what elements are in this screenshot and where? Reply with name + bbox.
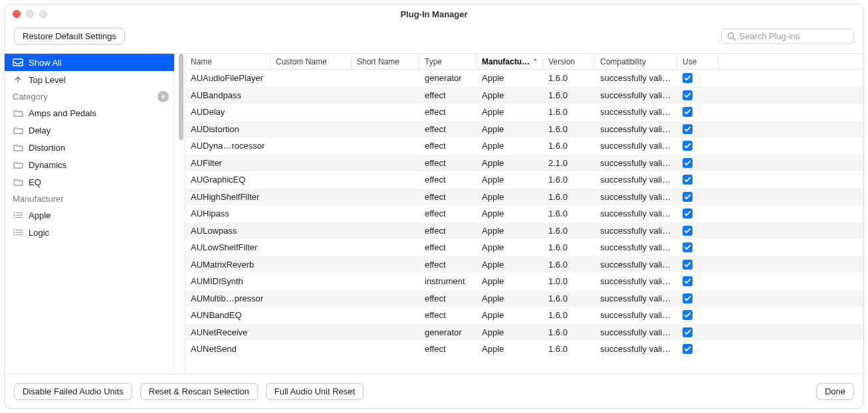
sidebar-category-item[interactable]: Distortion <box>5 139 174 156</box>
cell-manufacturer: Apple <box>477 158 543 168</box>
table-header: Name Custom Name Short Name Type Manufac… <box>185 54 863 70</box>
column-manufacturer[interactable]: Manufactu… ⌃ <box>477 54 543 69</box>
use-checkbox[interactable] <box>683 226 693 236</box>
use-checkbox[interactable] <box>683 192 693 202</box>
column-compatibility[interactable]: Compatibility <box>595 54 677 69</box>
table-row[interactable]: AUNetSendeffectApple1.6.0successfully va… <box>185 341 863 358</box>
done-button[interactable]: Done <box>816 383 854 400</box>
full-reset-button[interactable]: Full Audio Unit Reset <box>266 383 364 400</box>
sidebar-manufacturer-item[interactable]: Logic <box>5 224 174 241</box>
table-row[interactable]: AUMIDISynthinstrumentApple1.0.0successfu… <box>185 273 863 290</box>
use-checkbox[interactable] <box>683 141 693 151</box>
cell-manufacturer: Apple <box>477 344 543 354</box>
cell-name: AULowShelfFilter <box>185 242 271 252</box>
use-checkbox[interactable] <box>683 208 693 218</box>
svg-point-10 <box>14 232 15 233</box>
svg-point-12 <box>14 234 15 236</box>
cell-name: AUHipass <box>185 208 271 218</box>
cell-name: AUDistortion <box>185 124 271 134</box>
zoom-window-button[interactable] <box>39 10 47 18</box>
svg-line-1 <box>733 38 735 40</box>
restore-defaults-button[interactable]: Restore Default Settings <box>14 28 125 44</box>
cell-manufacturer: Apple <box>477 276 543 286</box>
use-checkbox[interactable] <box>683 242 693 252</box>
cell-use <box>677 226 718 236</box>
cell-use <box>677 192 718 202</box>
sidebar-category-header: Category + <box>5 88 174 104</box>
table-row[interactable]: AUAudioFilePlayergeneratorApple1.6.0succ… <box>185 70 863 87</box>
use-checkbox[interactable] <box>683 175 693 185</box>
sidebar-top-level-label: Top Level <box>29 75 66 85</box>
use-checkbox[interactable] <box>683 310 693 320</box>
table-row[interactable]: AUNBandEQeffectApple1.6.0successfully va… <box>185 307 863 324</box>
table-row[interactable]: AULowShelfFiltereffectApple1.6.0successf… <box>185 239 863 256</box>
cell-name: AUNBandEQ <box>185 310 271 320</box>
table-row[interactable]: AUDistortioneffectApple1.6.0successfully… <box>185 121 863 138</box>
search-input[interactable] <box>739 31 848 41</box>
table-row[interactable]: AULowpasseffectApple1.6.0successfully va… <box>185 222 863 240</box>
sidebar-category-item[interactable]: Dynamics <box>5 156 174 173</box>
table-row[interactable]: AUHipasseffectApple1.6.0successfully val… <box>185 205 863 222</box>
column-name[interactable]: Name <box>185 54 271 69</box>
use-checkbox[interactable] <box>683 276 693 286</box>
column-type[interactable]: Type <box>419 54 477 69</box>
add-category-button[interactable]: + <box>158 91 169 102</box>
table-row[interactable]: AUGraphicEQeffectApple1.6.0successfully … <box>185 171 863 189</box>
table-row[interactable]: AUHighShelfFiltereffectApple1.6.0success… <box>185 189 863 206</box>
body: Show All Top Level Category + Amps and P… <box>5 54 863 374</box>
reset-rescan-button[interactable]: Reset & Rescan Selection <box>140 383 258 400</box>
sidebar-category-item[interactable]: Amps and Pedals <box>5 104 174 122</box>
table-row[interactable]: AUBandpasseffectApple1.6.0successfully v… <box>185 87 863 104</box>
use-checkbox[interactable] <box>683 124 693 134</box>
cell-version: 1.6.0 <box>543 226 595 236</box>
column-short-name[interactable]: Short Name <box>352 54 419 69</box>
cell-type: effect <box>419 175 477 185</box>
table-row[interactable]: AUDelayeffectApple1.6.0successfully vali… <box>185 104 863 121</box>
cell-compatibility: successfully vali… <box>595 107 677 117</box>
sidebar-show-all-label: Show All <box>29 58 62 68</box>
use-checkbox[interactable] <box>683 158 693 168</box>
sidebar-top-level[interactable]: Top Level <box>5 71 174 88</box>
use-checkbox[interactable] <box>683 293 693 303</box>
search-field[interactable] <box>721 29 854 44</box>
cell-use <box>677 293 718 303</box>
sidebar-manufacturer-item[interactable]: Apple <box>5 206 174 224</box>
footer: Disable Failed Audio Units Reset & Resca… <box>5 374 863 408</box>
sidebar-scrollbar[interactable] <box>174 54 185 374</box>
use-checkbox[interactable] <box>683 344 693 354</box>
cell-manufacturer: Apple <box>477 260 543 270</box>
table-row[interactable]: AUMultib…pressoreffectApple1.6.0successf… <box>185 290 863 307</box>
use-checkbox[interactable] <box>683 90 693 100</box>
sidebar-category-item[interactable]: Delay <box>5 122 174 139</box>
column-custom-name[interactable]: Custom Name <box>271 54 352 69</box>
sort-ascending-icon: ⌃ <box>532 58 538 65</box>
use-checkbox[interactable] <box>683 260 693 270</box>
cell-version: 1.6.0 <box>543 344 595 354</box>
cell-manufacturer: Apple <box>477 226 543 236</box>
cell-compatibility: successfully vali… <box>595 90 677 100</box>
cell-manufacturer: Apple <box>477 175 543 185</box>
column-version[interactable]: Version <box>543 54 595 69</box>
cell-type: effect <box>419 124 477 134</box>
close-window-button[interactable] <box>13 10 21 18</box>
table-row[interactable]: AUNetReceivegeneratorApple1.6.0successfu… <box>185 324 863 341</box>
cell-type: effect <box>419 208 477 218</box>
cell-name: AUGraphicEQ <box>185 175 271 185</box>
minimize-window-button[interactable] <box>26 10 34 18</box>
table-row[interactable]: AUFiltereffectApple2.1.0successfully val… <box>185 155 863 172</box>
sidebar-scroll-thumb[interactable] <box>179 54 183 140</box>
table-row[interactable]: AUMatrixReverbeffectApple1.6.0successful… <box>185 256 863 274</box>
disable-failed-button[interactable]: Disable Failed Audio Units <box>14 383 132 400</box>
table-row[interactable]: AUDyna…rocessoreffectApple1.6.0successfu… <box>185 137 863 155</box>
svg-rect-13 <box>16 234 23 235</box>
cell-type: effect <box>419 90 477 100</box>
use-checkbox[interactable] <box>683 327 693 337</box>
use-checkbox[interactable] <box>683 107 693 117</box>
cell-type: effect <box>419 158 477 168</box>
sidebar-category-item[interactable]: EQ <box>5 173 174 191</box>
sidebar-show-all[interactable]: Show All <box>5 54 174 71</box>
use-checkbox[interactable] <box>683 73 693 83</box>
column-use[interactable]: Use <box>677 54 718 69</box>
cell-manufacturer: Apple <box>477 141 543 151</box>
cell-compatibility: successfully vali… <box>595 310 677 320</box>
